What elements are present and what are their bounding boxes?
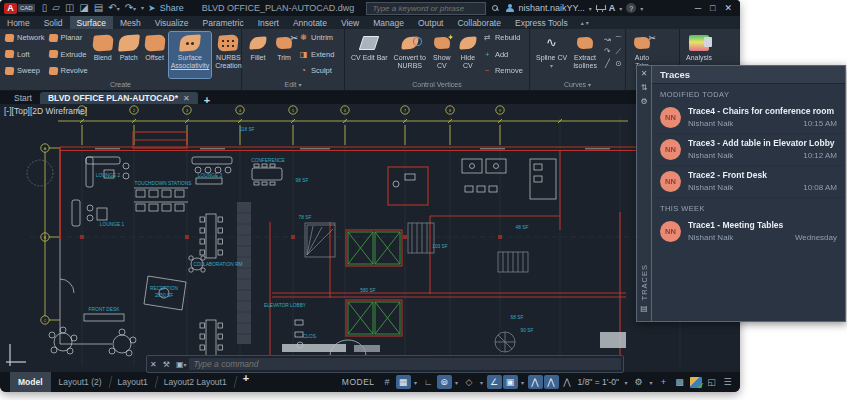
curve-tool-icon[interactable]: ╱ xyxy=(602,59,613,71)
minimize-button[interactable]: ─ xyxy=(695,3,701,13)
search-input[interactable] xyxy=(370,3,482,14)
share-button[interactable]: Share xyxy=(160,3,184,13)
qat-dropdown-icon[interactable]: ▾ xyxy=(141,3,144,13)
tab-annotate[interactable]: Annotate xyxy=(286,16,334,29)
object-snap-tracking-icon[interactable]: ∠ xyxy=(487,375,502,389)
patch-button[interactable]: Patch xyxy=(117,32,141,78)
tab-insert[interactable]: Insert xyxy=(251,16,286,29)
annotation-monitor-icon[interactable]: + xyxy=(656,375,671,389)
user-account-menu[interactable]: nishant.naikYY... xyxy=(518,3,584,13)
drawing-viewport[interactable]: [-][Top][2D Wireframe] xyxy=(0,104,740,372)
curve-tool-icon[interactable]: ↝ xyxy=(602,35,613,47)
tab-surface[interactable]: Surface xyxy=(70,16,113,29)
add-cv-button[interactable]: +Add xyxy=(483,50,523,59)
tab-collaborate[interactable]: Collaborate xyxy=(450,16,507,29)
revolve-button[interactable]: Revolve xyxy=(49,66,88,75)
remove-cv-button[interactable]: −Remove xyxy=(483,66,523,75)
palette-page-icon[interactable]: ▤ xyxy=(640,304,648,313)
search-box[interactable] xyxy=(366,2,486,15)
annotation-scale-icon[interactable]: ⋀ xyxy=(560,375,575,389)
tab-parametric[interactable]: Parametric xyxy=(196,16,251,29)
redo-icon[interactable]: ↷▾ xyxy=(125,3,136,14)
panel-label-create[interactable]: Create xyxy=(0,80,241,90)
layout-tab-layout1-2[interactable]: Layout1 (2) xyxy=(51,372,110,392)
curve-tool-icon[interactable]: ↷ xyxy=(602,47,613,59)
clean-screen-icon[interactable]: ◱ xyxy=(704,375,719,389)
panel-label-control-vertices[interactable]: Control Vertices xyxy=(345,80,529,90)
polar-tracking-icon[interactable]: ⊚ xyxy=(437,375,452,389)
surface-associativity-toggle[interactable]: Surface Associativity xyxy=(169,32,212,78)
command-line-bar[interactable]: ✕ ⚒ ▣▾ xyxy=(146,355,624,373)
snap-caret-icon[interactable]: ▾ xyxy=(412,375,420,389)
new-layout-button[interactable]: + xyxy=(235,372,257,392)
sculpt-button[interactable]: ◔Sculpt xyxy=(299,66,334,75)
palette-properties-icon[interactable]: ⚙ xyxy=(640,97,647,106)
recent-commands-icon[interactable]: ▣▾ xyxy=(176,360,187,369)
extract-isolines-button[interactable]: ExtractIsolines xyxy=(571,32,599,78)
loft-button[interactable]: Loft xyxy=(5,50,45,59)
open-file-icon[interactable]: ▱ xyxy=(52,3,60,13)
panel-label-curves[interactable]: Curves ▾ xyxy=(530,80,625,90)
scale-caret-icon[interactable]: ▾ xyxy=(622,375,630,389)
tab-output[interactable]: Output xyxy=(411,16,451,29)
viewport-controls[interactable]: [-][Top][2D Wireframe] xyxy=(4,106,87,116)
planar-button[interactable]: Planar xyxy=(49,33,88,42)
annotation-autoscale-icon[interactable]: ⋀ xyxy=(544,375,559,389)
isodraft-caret-icon[interactable]: ▾ xyxy=(478,375,486,389)
snap-mode-icon[interactable]: ▦ xyxy=(396,375,411,389)
trace-list-item[interactable]: NN Trace1 - Meeting Tables Nishant NaikW… xyxy=(652,216,845,247)
command-input[interactable] xyxy=(189,358,621,370)
layout-tab-layout2[interactable]: Layout2 Layout1 xyxy=(156,372,235,392)
model-space-label[interactable]: MODEL xyxy=(342,377,375,387)
trace-list-item[interactable]: NN Trace3 - Add table in Elevator Lobby … xyxy=(652,133,845,165)
trace-list-item[interactable]: NN Trace4 - Chairs for conference room N… xyxy=(652,102,845,133)
layout-tab-layout1[interactable]: Layout1 xyxy=(110,372,156,392)
nurbs-creation-toggle[interactable]: NURBS Creation xyxy=(213,32,243,78)
help-button[interactable]: ? xyxy=(626,3,636,13)
ortho-mode-icon[interactable]: ∟ xyxy=(421,375,436,389)
appstore-icon[interactable]: A xyxy=(609,3,616,13)
palette-autohide-icon[interactable]: ⇅ xyxy=(641,83,648,92)
maximize-button[interactable]: □ xyxy=(710,3,715,13)
tab-manage[interactable]: Manage xyxy=(366,16,411,29)
trim-button[interactable]: ✂Trim xyxy=(272,32,296,78)
curve-tool-icon[interactable]: ⊙ xyxy=(613,59,624,71)
plot-icon[interactable]: ▤ xyxy=(94,3,103,13)
grid-display-icon[interactable]: # xyxy=(380,375,395,389)
save-icon[interactable]: ◫ xyxy=(65,3,74,13)
sweep-button[interactable]: Sweep xyxy=(5,66,45,75)
save-as-icon[interactable]: ◪ xyxy=(79,3,88,13)
workspace-caret-icon[interactable]: ▾ xyxy=(647,375,655,389)
undo-icon[interactable]: ↶▾ xyxy=(108,3,119,14)
panel-label-edit[interactable]: Edit ▾ xyxy=(242,80,344,90)
search-icon[interactable] xyxy=(492,5,499,12)
hide-cv-button[interactable]: HideCV xyxy=(456,32,480,78)
convert-to-nurbs-button[interactable]: Convert toNURBS xyxy=(392,32,428,78)
extrude-button[interactable]: Extrude xyxy=(49,50,88,59)
offset-button[interactable]: Offset xyxy=(143,32,167,78)
command-input-area[interactable] xyxy=(189,358,621,370)
close-button[interactable]: ✕ xyxy=(724,3,732,13)
annotation-scale-value[interactable]: 1/8" = 1'-0" xyxy=(578,377,619,387)
untrim-button[interactable]: ❋Untrim xyxy=(299,33,334,42)
fillet-button[interactable]: Fillet xyxy=(246,32,270,78)
object-snap-icon[interactable]: ▣ xyxy=(503,375,518,389)
layout-tab-model[interactable]: Model xyxy=(10,372,51,392)
store-cart-icon[interactable] xyxy=(596,5,605,12)
osnap-caret-icon[interactable]: ▾ xyxy=(519,375,527,389)
close-tab-icon[interactable]: ✕ xyxy=(183,94,190,103)
extend-button[interactable]: ◨Extend xyxy=(299,50,334,59)
tab-mesh[interactable]: Mesh xyxy=(113,16,148,29)
tab-visualize[interactable]: Visualize xyxy=(148,16,196,29)
cv-edit-bar-button[interactable]: CV Edit Bar xyxy=(349,32,390,78)
trace-list-item[interactable]: NN Trace2 - Front Desk Nishant Naik10:08… xyxy=(652,165,845,197)
tab-solid[interactable]: Solid xyxy=(37,16,70,29)
close-command-icon[interactable]: ✕ xyxy=(150,360,157,369)
curve-tool-icon[interactable]: ⟋ xyxy=(613,47,624,59)
palette-close-icon[interactable]: ✕ xyxy=(641,69,648,78)
customization-menu-icon[interactable]: ☰ xyxy=(720,375,735,389)
app-menu-button[interactable]: A CAD xyxy=(4,3,35,14)
show-cv-button[interactable]: ✦ShowCV xyxy=(430,32,454,78)
network-button[interactable]: Network xyxy=(5,33,45,42)
graphics-performance-icon[interactable] xyxy=(688,375,703,389)
